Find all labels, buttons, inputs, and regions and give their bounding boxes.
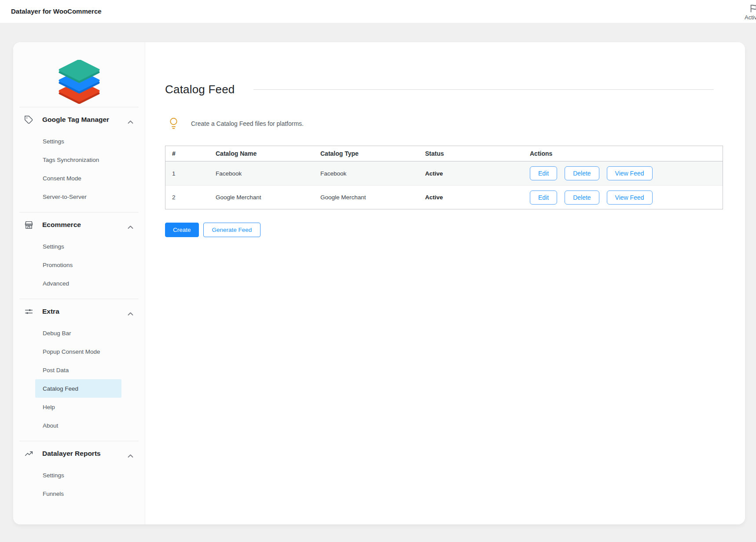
sidebar-section-extra: Extra Debug Bar Popup Consent Mode Post … [19,299,139,441]
sidebar-item-catalog-feed[interactable]: Catalog Feed [35,379,121,398]
tip-row: Create a Catalog Feed files for platform… [165,117,723,130]
status-badge: Active [418,170,523,177]
main-content: Catalog Feed Create a Catalog Feed files… [145,42,745,524]
catalog-type: Google Merchant [314,194,418,201]
sidebar-item-funnels[interactable]: Funnels [19,484,139,503]
column-header-actions: Actions [523,150,723,157]
table-header-row: # Catalog Name Catalog Type Status Actio… [165,146,723,161]
catalog-name: Google Merchant [209,194,314,201]
row-num: 1 [165,170,209,177]
store-icon [24,220,33,230]
row-actions: Edit Delete View Feed [523,190,723,205]
sidebar-item-reports-settings[interactable]: Settings [19,466,139,484]
status-badge: Active [418,194,523,201]
activate-label: Activ [745,14,756,21]
sidebar-header-datalayer-reports[interactable]: Datalayer Reports [19,441,139,466]
edit-button[interactable]: Edit [530,190,557,205]
catalog-name: Facebook [209,170,314,177]
create-button[interactable]: Create [165,223,199,237]
chevron-up-icon [128,452,133,456]
sidebar-item-ecommerce-settings[interactable]: Settings [19,237,139,256]
sliders-icon [24,307,33,316]
sidebar-item-promotions[interactable]: Promotions [19,256,139,274]
page-title: Catalog Feed [165,83,235,96]
table-row: 1 Facebook Facebook Active Edit Delete V… [165,161,723,185]
plugin-panel: Google Tag Manager Settings Tags Synchro… [13,42,745,524]
row-num: 2 [165,194,209,201]
column-header-num: # [165,150,209,157]
lightbulb-icon [169,117,178,130]
tag-icon [24,115,33,125]
trending-up-icon [24,449,33,458]
chevron-up-icon [128,310,133,314]
edit-button[interactable]: Edit [530,166,557,180]
sidebar-item-about[interactable]: About [19,416,139,435]
app-logo [13,42,145,107]
catalog-type: Facebook [314,170,418,177]
sidebar-header-google-tag-manager[interactable]: Google Tag Manager [19,107,139,132]
topbar: Datalayer for WooCommerce Activ [0,0,756,23]
column-header-status: Status [418,150,523,157]
sidebar-section-label: Ecommerce [42,221,128,229]
sidebar: Google Tag Manager Settings Tags Synchro… [13,42,145,524]
sidebar-header-ecommerce[interactable]: Ecommerce [19,212,139,237]
sidebar-item-consent-mode[interactable]: Consent Mode [19,169,139,187]
chevron-up-icon [128,118,133,122]
sidebar-section-label: Datalayer Reports [42,450,128,458]
app-title: Datalayer for WooCommerce [11,7,102,15]
catalog-feed-table: # Catalog Name Catalog Type Status Actio… [165,146,723,209]
chevron-up-icon [128,223,133,227]
column-header-catalog-name: Catalog Name [209,150,314,157]
sidebar-item-debug-bar[interactable]: Debug Bar [19,324,139,342]
sidebar-item-tags-synchronization[interactable]: Tags Synchronization [19,150,139,169]
sidebar-header-extra[interactable]: Extra [19,299,139,324]
sidebar-item-post-data[interactable]: Post Data [19,361,139,379]
sidebar-section-datalayer-reports: Datalayer Reports Settings Funnels [19,441,139,509]
title-divider [253,89,714,90]
activate-flag-button[interactable]: Activ [744,3,756,21]
view-feed-button[interactable]: View Feed [607,190,653,205]
sidebar-item-server-to-server[interactable]: Server-to-Server [19,187,139,206]
sidebar-section-label: Google Tag Manager [42,116,128,124]
delete-button[interactable]: Delete [565,190,599,205]
sidebar-section-label: Extra [42,308,128,315]
delete-button[interactable]: Delete [565,166,599,180]
sidebar-item-gtm-settings[interactable]: Settings [19,132,139,150]
generate-feed-button[interactable]: Generate Feed [203,223,261,237]
sidebar-item-advanced[interactable]: Advanced [19,274,139,293]
sidebar-section-google-tag-manager: Google Tag Manager Settings Tags Synchro… [19,107,139,212]
sidebar-item-popup-consent-mode[interactable]: Popup Consent Mode [19,342,139,361]
view-feed-button[interactable]: View Feed [607,166,653,180]
sidebar-item-help[interactable]: Help [19,398,139,416]
column-header-catalog-type: Catalog Type [314,150,418,157]
tip-text: Create a Catalog Feed files for platform… [191,120,304,127]
table-row: 2 Google Merchant Google Merchant Active… [165,185,723,209]
sidebar-section-ecommerce: Ecommerce Settings Promotions Advanced [19,212,139,299]
row-actions: Edit Delete View Feed [523,166,723,180]
